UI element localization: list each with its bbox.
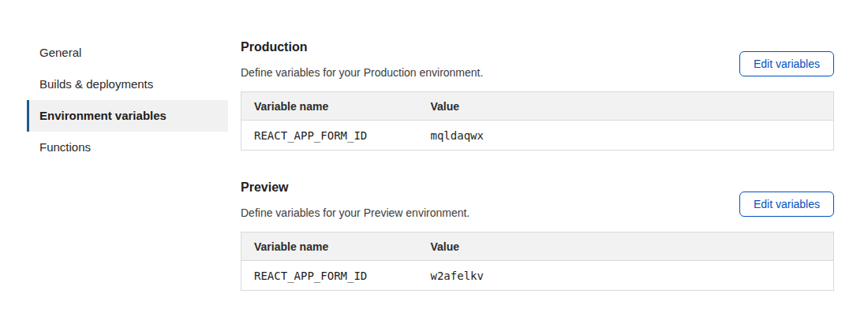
column-header-variable-name: Variable name	[241, 232, 418, 261]
column-header-value: Value	[418, 232, 834, 261]
variable-value-cell: w2afelkv	[418, 261, 834, 291]
variable-name-cell: REACT_APP_FORM_ID	[241, 121, 418, 151]
production-variables-table: Variable name Value REACT_APP_FORM_ID mq…	[241, 91, 834, 151]
column-header-variable-name: Variable name	[241, 92, 418, 121]
sidebar-item-general[interactable]: General	[27, 37, 228, 69]
production-section: Production Edit variables Define variabl…	[241, 39, 834, 151]
sidebar-item-environment-variables[interactable]: Environment variables	[27, 100, 228, 132]
table-row: REACT_APP_FORM_ID w2afelkv	[241, 261, 834, 291]
sidebar-item-builds-deployments[interactable]: Builds & deployments	[27, 69, 228, 100]
preview-section: Preview Edit variables Define variables …	[241, 180, 834, 291]
table-header-row: Variable name Value	[241, 92, 834, 121]
preview-variables-table: Variable name Value REACT_APP_FORM_ID w2…	[241, 232, 834, 291]
edit-variables-button-production[interactable]: Edit variables	[739, 51, 834, 76]
sidebar-item-functions[interactable]: Functions	[27, 132, 228, 163]
column-header-value: Value	[418, 92, 834, 121]
environment-variables-panel: Production Edit variables Define variabl…	[241, 37, 834, 291]
variable-name-cell: REACT_APP_FORM_ID	[241, 261, 418, 291]
table-header-row: Variable name Value	[241, 232, 834, 261]
settings-page: General Builds & deployments Environment…	[0, 0, 868, 291]
variable-value-cell: mqldaqwx	[418, 121, 834, 151]
edit-variables-button-preview[interactable]: Edit variables	[739, 192, 834, 217]
table-row: REACT_APP_FORM_ID mqldaqwx	[241, 121, 834, 151]
settings-sidebar: General Builds & deployments Environment…	[27, 37, 228, 291]
